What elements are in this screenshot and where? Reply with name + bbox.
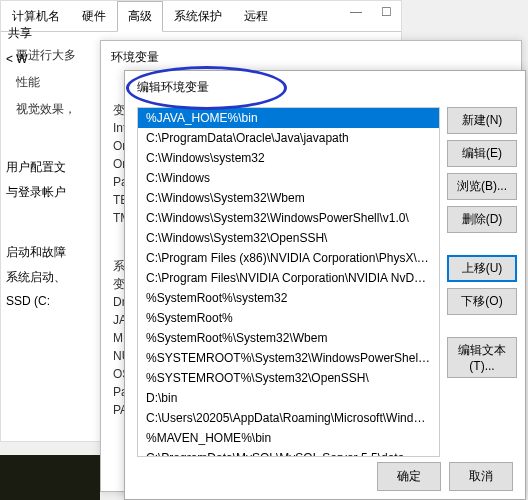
path-row[interactable]: %SYSTEMROOT%\System32\WindowsPowerShell\… — [138, 348, 439, 368]
path-row[interactable]: %MAVEN_HOME%\bin — [138, 428, 439, 448]
explorer-piece: SSD (C: — [0, 290, 100, 312]
path-row[interactable]: %SystemRoot%\System32\Wbem — [138, 328, 439, 348]
path-row[interactable]: %SystemRoot% — [138, 308, 439, 328]
path-row[interactable]: C:\Program Files\NVIDIA Corporation\NVID… — [138, 268, 439, 288]
path-row[interactable]: C:\Windows\System32\WindowsPowerShell\v1… — [138, 208, 439, 228]
tab-hardware[interactable]: 硬件 — [71, 1, 117, 31]
edit-env-dialog: 编辑环境变量 %JAVA_HOME%\binC:\ProgramData\Ora… — [124, 70, 526, 500]
path-row[interactable]: %SystemRoot%\system32 — [138, 288, 439, 308]
tab-remote[interactable]: 远程 — [233, 1, 279, 31]
dialog-footer: 确定 取消 — [377, 462, 513, 491]
path-row[interactable]: C:\Windows\System32\OpenSSH\ — [138, 228, 439, 248]
browse-button[interactable]: 浏览(B)... — [447, 173, 517, 200]
explorer-piece: < W — [0, 48, 100, 70]
bg-text: 用户配置文 — [0, 155, 100, 180]
minimize-icon[interactable]: — — [341, 1, 371, 23]
move-down-button[interactable]: 下移(O) — [447, 288, 517, 315]
path-row[interactable]: C:\Users\20205\AppData\Roaming\Microsoft… — [138, 408, 439, 428]
path-row[interactable]: D:\bin — [138, 388, 439, 408]
cancel-button[interactable]: 取消 — [449, 462, 513, 491]
bg-text-block: 用户配置文 与登录帐户 — [0, 155, 100, 205]
move-up-button[interactable]: 上移(U) — [447, 255, 517, 282]
path-row[interactable]: C:\Program Files (x86)\NVIDIA Corporatio… — [138, 248, 439, 268]
dialog-title: 编辑环境变量 — [125, 71, 525, 104]
delete-button[interactable]: 删除(D) — [447, 206, 517, 233]
bg-text-block: 启动和故障 系统启动、 — [0, 240, 100, 290]
new-button[interactable]: 新建(N) — [447, 107, 517, 134]
ok-button[interactable]: 确定 — [377, 462, 441, 491]
path-row[interactable]: C:\Windows\system32 — [138, 148, 439, 168]
tab-advanced[interactable]: 高级 — [117, 1, 163, 32]
maximize-icon[interactable]: ☐ — [371, 1, 401, 23]
taskbar-thumbnail — [0, 455, 100, 500]
path-row[interactable]: %SYSTEMROOT%\System32\OpenSSH\ — [138, 368, 439, 388]
bg-text: 启动和故障 — [0, 240, 100, 265]
path-row[interactable]: C:\ProgramData\Oracle\Java\javapath — [138, 128, 439, 148]
path-list[interactable]: %JAVA_HOME%\binC:\ProgramData\Oracle\Jav… — [137, 107, 440, 457]
edit-button[interactable]: 编辑(E) — [447, 140, 517, 167]
drive-w: < W — [0, 48, 100, 70]
button-column: 新建(N) 编辑(E) 浏览(B)... 删除(D) 上移(U) 下移(O) 编… — [447, 107, 517, 378]
path-row[interactable]: %JAVA_HOME%\bin — [138, 108, 439, 128]
path-row[interactable]: C:\Windows\System32\Wbem — [138, 188, 439, 208]
path-row[interactable]: C:\Windows — [138, 168, 439, 188]
window-controls: — ☐ — [341, 1, 401, 23]
share-label: 共享 — [8, 25, 32, 42]
bg-text: 与登录帐户 — [0, 180, 100, 205]
path-row[interactable]: C:\ProgramData\MySQL\MySQL Server 5.5\da… — [138, 448, 439, 457]
bg-text: 系统启动、 — [0, 265, 100, 290]
drive-ssd: SSD (C: — [0, 290, 100, 312]
edit-text-button[interactable]: 编辑文本(T)... — [447, 337, 517, 378]
tab-protection[interactable]: 系统保护 — [163, 1, 233, 31]
